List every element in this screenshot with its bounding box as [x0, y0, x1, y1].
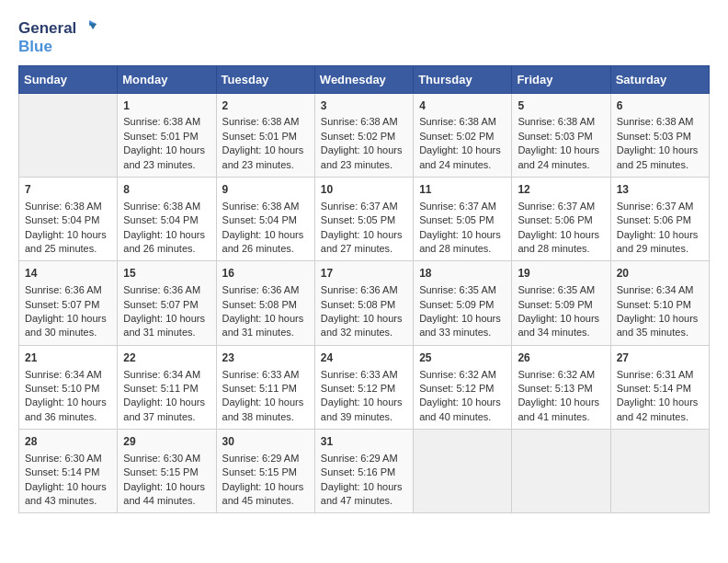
day-info-line: Daylight: 10 hours — [419, 144, 506, 157]
svg-marker-1 — [89, 23, 97, 29]
day-info-line: Sunset: 5:03 PM — [617, 130, 703, 144]
day-number: 7 — [25, 182, 111, 198]
day-info-line: Sunset: 5:08 PM — [321, 298, 407, 312]
day-info-line: and 23 minutes. — [123, 158, 210, 172]
day-number: 31 — [321, 434, 407, 450]
day-info-line: Sunset: 5:14 PM — [25, 465, 111, 479]
day-info-line: Sunrise: 6:30 AM — [123, 452, 210, 465]
day-info-line: and 39 minutes. — [321, 410, 407, 424]
day-info-line: Daylight: 10 hours — [123, 480, 210, 494]
day-info-line: Sunset: 5:07 PM — [123, 298, 210, 312]
day-info-line: Daylight: 10 hours — [222, 396, 309, 409]
day-info-line: Daylight: 10 hours — [123, 228, 210, 242]
day-number: 10 — [321, 182, 407, 198]
day-info-line: Daylight: 10 hours — [518, 312, 604, 326]
day-info-line: Daylight: 10 hours — [222, 480, 309, 494]
weekday-header-thursday: Thursday — [414, 65, 512, 93]
day-info-line: Daylight: 10 hours — [123, 396, 210, 409]
day-info-line: Sunrise: 6:29 AM — [222, 452, 309, 465]
calendar-header: SundayMondayTuesdayWednesdayThursdayFrid… — [19, 65, 710, 93]
calendar-day-cell: 15Sunrise: 6:36 AMSunset: 5:07 PMDayligh… — [118, 261, 216, 345]
calendar-day-cell: 30Sunrise: 6:29 AMSunset: 5:15 PMDayligh… — [216, 430, 314, 513]
day-info-line: and 23 minutes. — [321, 158, 407, 172]
calendar-week-row: 7Sunrise: 6:38 AMSunset: 5:04 PMDaylight… — [19, 178, 710, 261]
weekday-header-sunday: Sunday — [19, 65, 118, 93]
day-info-line: and 31 minutes. — [123, 326, 210, 339]
day-number: 9 — [222, 182, 309, 198]
day-number: 29 — [123, 434, 210, 450]
day-info-line: and 42 minutes. — [617, 410, 703, 424]
day-info-line: Daylight: 10 hours — [25, 396, 111, 409]
day-info-line: and 41 minutes. — [518, 410, 604, 424]
day-info-line: Sunset: 5:01 PM — [123, 130, 210, 144]
day-info-line: Daylight: 10 hours — [617, 396, 703, 409]
day-number: 14 — [25, 266, 111, 282]
day-info-line: and 26 minutes. — [123, 242, 210, 256]
day-info-line: Daylight: 10 hours — [518, 396, 604, 409]
day-info-line: Sunset: 5:15 PM — [123, 465, 210, 479]
calendar-day-cell: 10Sunrise: 6:37 AMSunset: 5:05 PMDayligh… — [314, 178, 413, 261]
calendar-day-cell: 17Sunrise: 6:36 AMSunset: 5:08 PMDayligh… — [314, 261, 413, 345]
day-number: 3 — [321, 98, 407, 114]
day-info-line: Sunset: 5:02 PM — [419, 130, 506, 144]
calendar-day-cell: 20Sunrise: 6:34 AMSunset: 5:10 PMDayligh… — [610, 261, 709, 345]
day-info-line: Sunrise: 6:38 AM — [419, 115, 506, 129]
calendar-day-cell: 2Sunrise: 6:38 AMSunset: 5:01 PMDaylight… — [216, 93, 314, 177]
weekday-header-monday: Monday — [118, 65, 216, 93]
day-info-line: and 31 minutes. — [222, 326, 309, 339]
day-info-line: Sunrise: 6:38 AM — [123, 200, 210, 213]
day-info-line: and 38 minutes. — [222, 410, 309, 424]
day-info-line: Sunset: 5:05 PM — [419, 213, 506, 227]
day-info-line: Daylight: 10 hours — [25, 312, 111, 326]
day-info-line: Daylight: 10 hours — [518, 228, 604, 242]
calendar-day-cell: 8Sunrise: 6:38 AMSunset: 5:04 PMDaylight… — [118, 178, 216, 261]
day-info-line: Sunset: 5:06 PM — [617, 213, 703, 227]
day-info-line: Daylight: 10 hours — [321, 396, 407, 409]
day-number: 5 — [518, 98, 604, 114]
day-number: 21 — [25, 350, 111, 366]
page-header: General Blue — [18, 18, 710, 56]
day-info-line: and 34 minutes. — [518, 326, 604, 339]
day-info-line: and 44 minutes. — [123, 494, 210, 508]
day-info-line: Sunset: 5:07 PM — [25, 298, 111, 312]
day-info-line: Daylight: 10 hours — [419, 312, 506, 326]
day-info-line: Sunrise: 6:38 AM — [123, 115, 210, 129]
day-info-line: Sunset: 5:10 PM — [25, 382, 111, 396]
day-number: 6 — [617, 98, 703, 114]
day-info-line: Sunrise: 6:36 AM — [25, 283, 111, 297]
weekday-header-row: SundayMondayTuesdayWednesdayThursdayFrid… — [19, 65, 710, 93]
day-info-line: Daylight: 10 hours — [321, 480, 407, 494]
day-info-line: Daylight: 10 hours — [419, 396, 506, 409]
day-info-line: Sunrise: 6:35 AM — [518, 283, 604, 297]
logo-bird-icon — [76, 18, 97, 39]
day-info-line: Sunset: 5:15 PM — [222, 465, 309, 479]
calendar-day-cell: 14Sunrise: 6:36 AMSunset: 5:07 PMDayligh… — [19, 261, 118, 345]
calendar-day-cell: 1Sunrise: 6:38 AMSunset: 5:01 PMDaylight… — [118, 93, 216, 177]
day-number: 23 — [222, 350, 309, 366]
calendar-week-row: 21Sunrise: 6:34 AMSunset: 5:10 PMDayligh… — [19, 345, 710, 429]
day-info-line: Daylight: 10 hours — [617, 312, 703, 326]
calendar-day-cell: 3Sunrise: 6:38 AMSunset: 5:02 PMDaylight… — [314, 93, 413, 177]
day-info-line: Daylight: 10 hours — [123, 312, 210, 326]
calendar-day-cell: 6Sunrise: 6:38 AMSunset: 5:03 PMDaylight… — [610, 93, 709, 177]
day-info-line: Daylight: 10 hours — [321, 228, 407, 242]
calendar-day-cell — [610, 430, 709, 513]
day-info-line: Sunrise: 6:32 AM — [419, 368, 506, 382]
calendar-body: 1Sunrise: 6:38 AMSunset: 5:01 PMDaylight… — [19, 93, 710, 513]
day-info-line: and 26 minutes. — [222, 242, 309, 256]
calendar-week-row: 14Sunrise: 6:36 AMSunset: 5:07 PMDayligh… — [19, 261, 710, 345]
day-info-line: Sunset: 5:09 PM — [419, 298, 506, 312]
day-number: 24 — [321, 350, 407, 366]
day-info-line: Sunrise: 6:38 AM — [321, 115, 407, 129]
day-info-line: Daylight: 10 hours — [321, 312, 407, 326]
calendar-week-row: 1Sunrise: 6:38 AMSunset: 5:01 PMDaylight… — [19, 93, 710, 177]
day-info-line: and 23 minutes. — [222, 158, 309, 172]
logo-blue-text: Blue — [18, 39, 97, 56]
calendar-day-cell: 9Sunrise: 6:38 AMSunset: 5:04 PMDaylight… — [216, 178, 314, 261]
day-info-line: Sunrise: 6:37 AM — [617, 200, 703, 213]
day-info-line: Sunrise: 6:38 AM — [518, 115, 604, 129]
day-info-line: Sunset: 5:04 PM — [25, 213, 111, 227]
calendar-week-row: 28Sunrise: 6:30 AMSunset: 5:14 PMDayligh… — [19, 430, 710, 513]
day-info-line: Daylight: 10 hours — [222, 144, 309, 157]
calendar-day-cell — [414, 430, 512, 513]
